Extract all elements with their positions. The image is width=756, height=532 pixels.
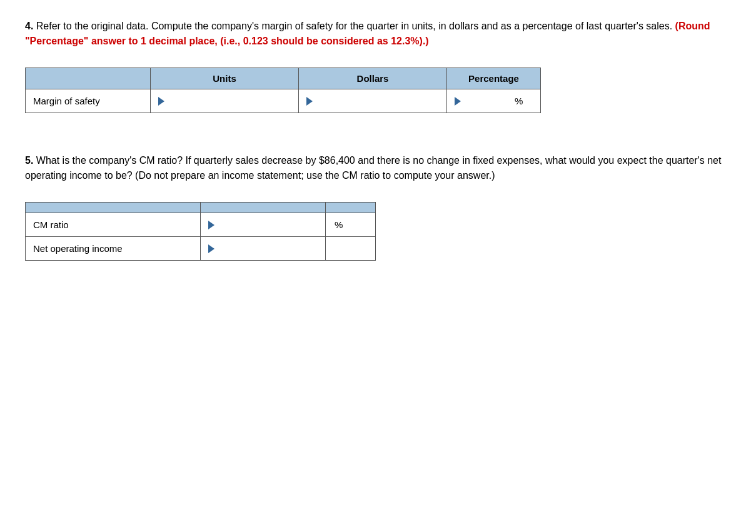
q5-net-income-empty-cell: [326, 237, 376, 261]
question-5-table-wrapper: CM ratio % Net operating income: [25, 202, 376, 261]
q5-header-value: [201, 203, 326, 213]
q5-label-net-operating-income: Net operating income: [26, 237, 201, 261]
question-4-text: 4. Refer to the original data. Compute t…: [25, 19, 731, 49]
q4-header-dollars: Dollars: [299, 68, 447, 89]
question-4-table: Units Dollars Percentage Margin of safet…: [25, 68, 541, 113]
q5-header-empty: [26, 203, 201, 213]
q5-row-cm-ratio: CM ratio %: [26, 213, 376, 237]
q5-cm-ratio-input-cell[interactable]: [201, 213, 326, 237]
q5-cm-ratio-percent-cell: %: [326, 213, 376, 237]
q4-label-margin-of-safety: Margin of safety: [26, 89, 151, 113]
q5-label-cm-ratio: CM ratio: [26, 213, 201, 237]
q4-percentage-input[interactable]: [463, 94, 513, 108]
q4-header-empty: [26, 68, 151, 89]
q5-cm-ratio-flag: [208, 221, 214, 229]
q4-units-flag: [158, 97, 164, 106]
q5-net-income-flag: [208, 244, 214, 253]
question-4-section: 4. Refer to the original data. Compute t…: [25, 19, 731, 147]
q4-dollars-cell[interactable]: [299, 89, 447, 113]
q5-row-net-operating-income: Net operating income: [26, 237, 376, 261]
q4-percentage-cell[interactable]: %: [447, 89, 541, 113]
question-4-table-wrapper: Units Dollars Percentage Margin of safet…: [25, 68, 541, 113]
q4-header-units: Units: [151, 68, 299, 89]
q4-units-input[interactable]: [167, 94, 291, 108]
q4-header-percentage: Percentage: [447, 68, 541, 89]
q5-net-income-input[interactable]: [217, 242, 280, 255]
question-5-section: 5. What is the company's CM ratio? If qu…: [25, 153, 731, 294]
q4-dollars-flag: [306, 97, 313, 106]
question-5-body: What is the company's CM ratio? If quart…: [25, 155, 721, 181]
q5-header-extra: [326, 203, 376, 213]
question-4-body: Refer to the original data. Compute the …: [36, 21, 675, 31]
question-5-text: 5. What is the company's CM ratio? If qu…: [25, 153, 731, 183]
q4-units-cell[interactable]: [151, 89, 299, 113]
q4-percentage-flag: [455, 97, 461, 106]
q4-row-margin-of-safety: Margin of safety: [26, 89, 541, 113]
q5-cm-ratio-input[interactable]: [217, 218, 280, 231]
q4-dollars-input[interactable]: [315, 94, 439, 108]
question-5-number: 5.: [25, 155, 33, 166]
q4-percent-sign: %: [515, 96, 523, 106]
question-4-number: 4.: [25, 21, 33, 31]
q5-net-income-input-cell[interactable]: [201, 237, 326, 261]
question-5-table: CM ratio % Net operating income: [25, 202, 376, 261]
q5-percent-sign: %: [335, 219, 343, 230]
